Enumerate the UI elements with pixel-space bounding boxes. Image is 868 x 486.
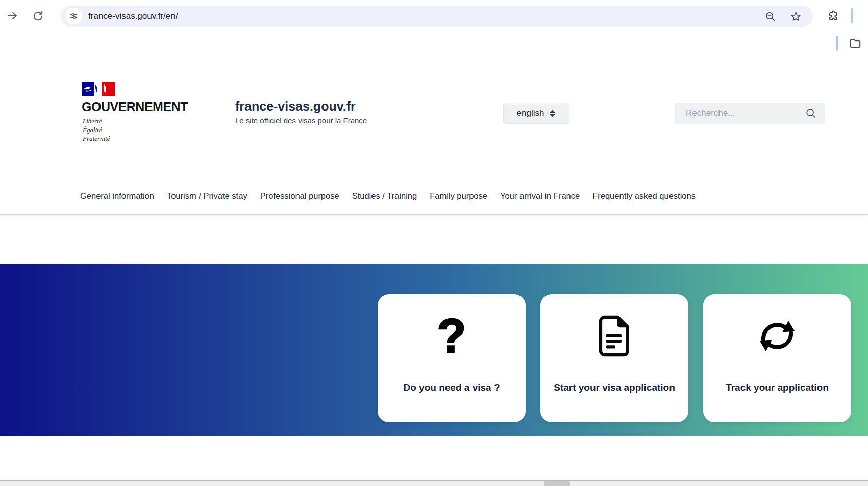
- chrome-page-divider: [0, 58, 868, 58]
- card-track-application[interactable]: Track your application: [703, 294, 851, 422]
- nav-item-general-information[interactable]: General information: [80, 191, 154, 201]
- nav-item-your-arrival-in-france[interactable]: Your arrival in France: [500, 191, 580, 201]
- government-motto: Liberté Égalité Fraternité: [83, 117, 110, 143]
- extensions-icon[interactable]: [826, 9, 840, 23]
- main-navigation: General information Tourism / Private st…: [0, 177, 868, 215]
- toolbar-divider-bar: [851, 8, 853, 23]
- nav-item-family-purpose[interactable]: Family purpose: [430, 191, 487, 201]
- nav-item-tourism-private-stay[interactable]: Tourism / Private stay: [167, 191, 247, 201]
- site-search: [675, 103, 825, 124]
- search-input[interactable]: [675, 103, 825, 124]
- card-label: Start your visa application: [540, 382, 688, 393]
- folder-icon[interactable]: [848, 36, 862, 50]
- document-icon: [540, 305, 688, 367]
- motto-line: Égalité: [83, 125, 110, 134]
- site-subtitle: Le site officiel des visas pour la Franc…: [235, 116, 367, 125]
- motto-line: Fraternité: [83, 134, 110, 143]
- nav-item-professional-purpose[interactable]: Professional purpose: [260, 191, 339, 201]
- sync-icon: [703, 305, 851, 367]
- french-flag-icon: [82, 82, 115, 96]
- scrollbar-thumb[interactable]: [544, 481, 570, 486]
- bookmark-star-icon[interactable]: [789, 10, 802, 23]
- language-selector[interactable]: english: [503, 103, 569, 124]
- government-wordmark: GOUVERNEMENT: [82, 99, 188, 114]
- site-settings-icon[interactable]: [65, 8, 82, 24]
- card-start-visa-application[interactable]: Start your visa application: [540, 294, 688, 422]
- motto-line: Liberté: [83, 117, 110, 125]
- site-title: france-visas.gouv.fr: [235, 99, 356, 114]
- card-label: Track your application: [703, 382, 851, 393]
- nav-item-faq[interactable]: Frequently asked questions: [592, 191, 696, 201]
- nav-item-studies-training[interactable]: Studies / Training: [352, 191, 417, 201]
- forward-icon[interactable]: [5, 9, 19, 23]
- horizontal-scrollbar[interactable]: [0, 480, 868, 486]
- browser-window: france-visas.gouv.fr/en/: [0, 0, 868, 486]
- language-selector-value: english: [517, 108, 544, 118]
- browser-toolbar: france-visas.gouv.fr/en/: [0, 0, 868, 58]
- url-text[interactable]: france-visas.gouv.fr/en/: [88, 6, 178, 27]
- card-do-you-need-a-visa[interactable]: ? Do you need a visa ?: [378, 294, 526, 422]
- panel-divider-bar: [836, 36, 838, 51]
- search-icon[interactable]: [805, 108, 816, 119]
- sort-arrows-icon: [549, 109, 556, 118]
- question-mark-icon: ?: [378, 305, 526, 367]
- reload-icon[interactable]: [31, 9, 45, 23]
- zoom-out-icon[interactable]: [763, 10, 777, 23]
- french-government-logo: [82, 82, 115, 98]
- card-label: Do you need a visa ?: [378, 382, 526, 393]
- address-bar[interactable]: france-visas.gouv.fr/en/: [61, 6, 813, 27]
